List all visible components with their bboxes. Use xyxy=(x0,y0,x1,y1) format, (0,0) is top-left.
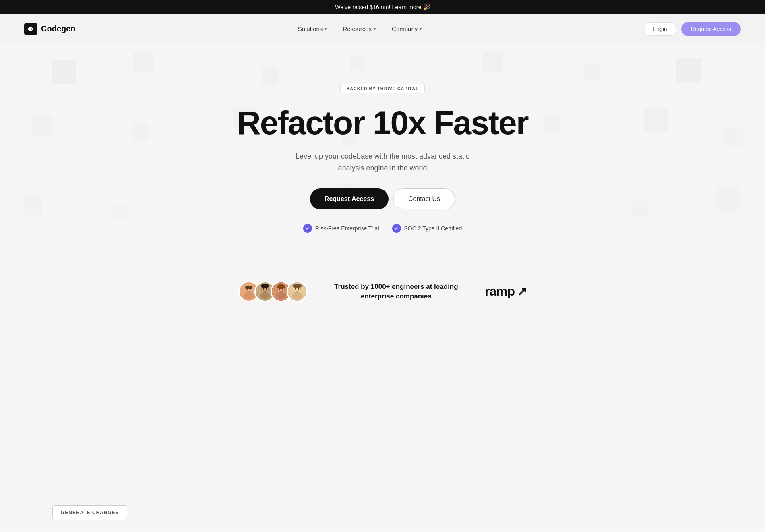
ramp-logo: ramp ↗ xyxy=(485,284,527,299)
logo-icon xyxy=(24,23,37,35)
svg-point-11 xyxy=(263,288,265,289)
trust-badge-soc2: ✓ SOC 2 Type II Certified xyxy=(392,224,462,233)
hero-title: Refactor 10x Faster xyxy=(237,105,528,141)
request-access-hero-button[interactable]: Request Access xyxy=(310,188,389,209)
request-access-nav-button[interactable]: Request Access xyxy=(681,22,741,36)
chevron-down-icon: ▾ xyxy=(374,27,376,31)
chevron-down-icon: ▾ xyxy=(420,27,422,31)
hero-subtitle: Level up your codebase with the most adv… xyxy=(286,151,479,174)
svg-point-26 xyxy=(298,288,300,289)
svg-point-27 xyxy=(292,284,302,288)
hero-section: BACKED BY THRIVE CAPITAL Refactor 10x Fa… xyxy=(0,43,765,233)
announcement-banner[interactable]: We've raised $16mm! Learn more 🎉 xyxy=(0,0,765,14)
logo[interactable]: Codegen xyxy=(24,23,76,35)
navbar: Codegen Solutions ▾ Resources ▾ Company … xyxy=(0,14,765,43)
svg-rect-6 xyxy=(245,286,252,289)
main-content: BACKED BY THRIVE CAPITAL Refactor 10x Fa… xyxy=(0,43,765,527)
contact-us-button[interactable]: Contact Us xyxy=(393,188,455,209)
svg-point-12 xyxy=(266,288,267,289)
nav-solutions-label: Solutions xyxy=(298,25,323,32)
check-icon: ✓ xyxy=(392,224,401,233)
nav-solutions[interactable]: Solutions ▾ xyxy=(298,25,327,32)
chevron-down-icon: ▾ xyxy=(325,27,327,31)
generate-changes-button[interactable]: GENERATE CHANGES xyxy=(52,505,127,520)
trust-badge-soc2-label: SOC 2 Type II Certified xyxy=(404,225,462,232)
svg-point-13 xyxy=(261,284,269,288)
svg-point-28 xyxy=(292,292,302,300)
nav-resources[interactable]: Resources ▾ xyxy=(343,25,376,32)
svg-point-14 xyxy=(260,292,270,300)
login-button[interactable]: Login xyxy=(644,22,676,36)
trust-badge-trial-label: Risk-Free Enterprise Trial xyxy=(315,225,379,232)
hero-badge: BACKED BY THRIVE CAPITAL xyxy=(340,84,425,93)
ramp-arrow-icon: ↗ xyxy=(517,284,527,298)
trust-badge-trial: ✓ Risk-Free Enterprise Trial xyxy=(303,224,379,233)
nav-company[interactable]: Company ▾ xyxy=(392,25,422,32)
nav-resources-label: Resources xyxy=(343,25,372,32)
logo-text: Codegen xyxy=(41,24,76,33)
svg-point-21 xyxy=(276,292,286,300)
svg-point-25 xyxy=(295,288,297,289)
nav-actions: Login Request Access xyxy=(644,22,741,36)
social-proof-section: Trusted by 1000+ engineers at leading en… xyxy=(0,281,765,302)
hero-cta-group: Request Access Contact Us xyxy=(310,188,455,209)
nav-links: Solutions ▾ Resources ▾ Company ▾ xyxy=(298,25,422,32)
avatars-group xyxy=(238,281,308,302)
check-icon: ✓ xyxy=(303,224,312,233)
trusted-text: Trusted by 1000+ engineers at leading en… xyxy=(332,282,461,301)
banner-text: We've raised $16mm! Learn more 🎉 xyxy=(335,4,430,10)
avatar xyxy=(287,281,308,302)
trust-badges: ✓ Risk-Free Enterprise Trial ✓ SOC 2 Typ… xyxy=(303,224,462,233)
svg-point-20 xyxy=(277,284,285,289)
nav-company-label: Company xyxy=(392,25,418,32)
ramp-logo-text: ramp xyxy=(485,284,515,299)
svg-point-7 xyxy=(244,292,254,300)
